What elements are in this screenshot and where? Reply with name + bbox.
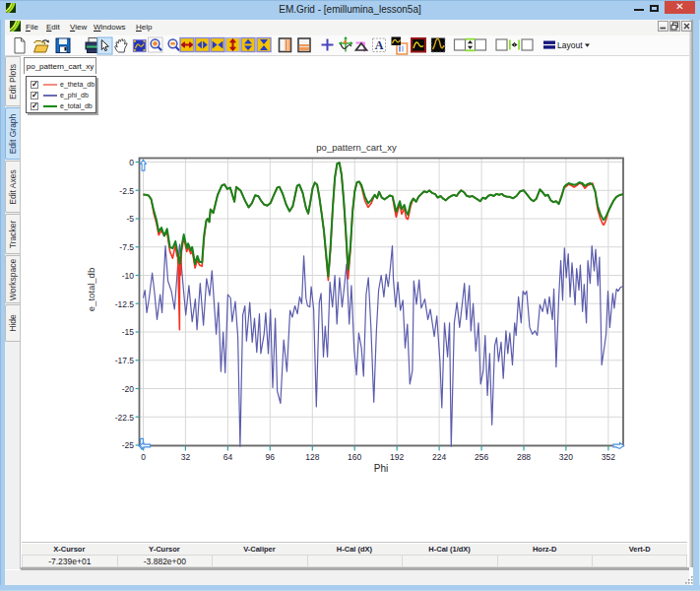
svg-text:288: 288	[517, 452, 531, 462]
svg-text:0: 0	[141, 452, 146, 462]
svg-text:160: 160	[348, 452, 361, 462]
svg-text:64: 64	[223, 452, 233, 462]
svg-text:128: 128	[305, 452, 319, 462]
svg-text:32: 32	[181, 452, 191, 462]
svg-text:e_total_db: e_total_db	[86, 268, 96, 311]
svg-text:po_pattern_cart_xy: po_pattern_cart_xy	[316, 142, 397, 153]
svg-text:-7.5: -7.5	[119, 242, 134, 252]
svg-text:-10: -10	[122, 271, 135, 281]
svg-text:-5: -5	[126, 214, 134, 224]
svg-text:352: 352	[602, 452, 615, 462]
svg-text:-12.5: -12.5	[115, 299, 135, 309]
svg-text:320: 320	[559, 452, 573, 462]
svg-text:-25: -25	[122, 440, 135, 450]
svg-text:-17.5: -17.5	[115, 356, 135, 365]
svg-text:-20: -20	[122, 384, 135, 394]
svg-text:-15: -15	[122, 327, 135, 337]
svg-text:256: 256	[475, 452, 488, 462]
svg-text:0: 0	[129, 158, 134, 167]
svg-text:-2.5: -2.5	[119, 186, 134, 196]
svg-text:-22.5: -22.5	[115, 413, 135, 423]
svg-text:224: 224	[432, 452, 446, 462]
svg-text:192: 192	[390, 452, 404, 462]
svg-text:96: 96	[266, 452, 276, 462]
svg-text:Phi: Phi	[374, 463, 388, 474]
